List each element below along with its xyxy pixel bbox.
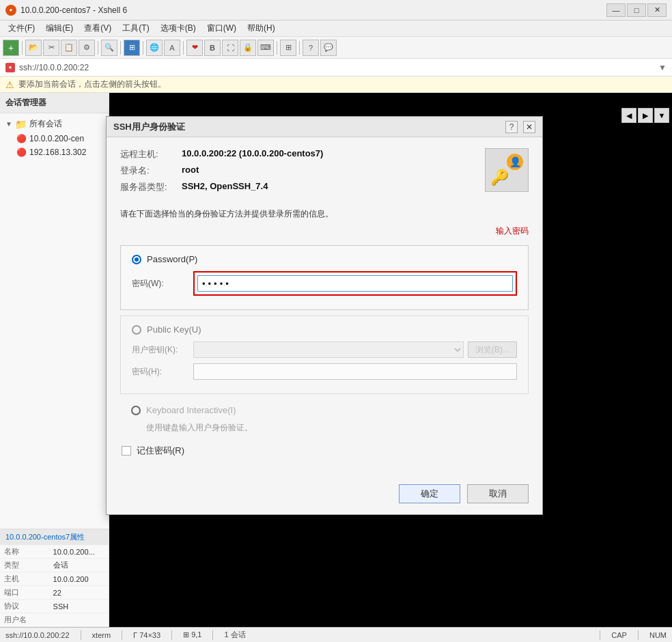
- notification-bar: ⚠ 要添加当前会话，点击左侧的箭头按钮。: [0, 76, 672, 93]
- toolbar-help[interactable]: ?: [303, 40, 319, 56]
- nav-menu-arrow[interactable]: ▼: [654, 108, 669, 123]
- dialog-instruction: 请在下面选择恰当的身份验证方法并提供登录所需的信息。: [120, 208, 529, 220]
- dialog-info-row-login: 登录名: root: [120, 165, 474, 177]
- toolbar-sep6: [277, 41, 277, 55]
- password-radio-label: Password(P): [147, 254, 197, 264]
- password-radio[interactable]: [132, 255, 141, 264]
- prop-value-0: 10.0.0.200...: [49, 545, 109, 559]
- dialog-help-button[interactable]: ?: [505, 121, 518, 133]
- password-label: 密码(W):: [132, 278, 193, 290]
- pubkey-radio[interactable]: [132, 325, 141, 335]
- toolbar-connect[interactable]: ⊞: [124, 40, 140, 56]
- prop-label-3: 端口: [0, 586, 49, 600]
- pubkey-radio-row: Public Key(U): [132, 324, 517, 335]
- menu-bar: 文件(F) 编辑(E) 查看(V) 工具(T) 选项卡(B) 窗口(W) 帮助(…: [0, 20, 672, 37]
- title-controls: — □ ✕: [606, 3, 667, 17]
- tree-label-session2: 192.168.13.302: [29, 148, 86, 157]
- password-section: Password(P) 密码(W):: [120, 245, 529, 310]
- app-icon: ●: [5, 5, 16, 16]
- address-dropdown-icon[interactable]: ▼: [658, 63, 667, 72]
- server-type-value: SSH2, OpenSSH_7.4: [182, 181, 268, 193]
- remember-checkbox[interactable]: [122, 446, 131, 456]
- status-sep5: [600, 630, 600, 640]
- dialog-body: 远程主机: 10.0.0.200:22 (10.0.0.200-centos7)…: [107, 137, 542, 479]
- toolbar-sep2: [98, 41, 98, 55]
- properties-table: 名称 10.0.0.200... 类型 会话 主机 10.0.0.200 端口 …: [0, 545, 109, 627]
- tree-item-all-sessions[interactable]: ▼ 📁 所有会话: [0, 116, 109, 132]
- menu-edit[interactable]: 编辑(E): [40, 21, 79, 36]
- toolbar-red[interactable]: ❤: [186, 40, 203, 56]
- dialog-hint: 输入密码: [120, 225, 529, 237]
- toolbar-bold[interactable]: B: [204, 40, 221, 56]
- toolbar-new[interactable]: +: [3, 40, 19, 56]
- cancel-button[interactable]: 取消: [467, 484, 529, 503]
- toolbar-lock[interactable]: 🔒: [240, 40, 256, 56]
- table-row: 类型 会话: [0, 559, 109, 572]
- toolbar-comment[interactable]: 💬: [320, 40, 337, 56]
- status-num-text: NUM: [649, 631, 667, 639]
- toolbar-cut[interactable]: ✂: [43, 40, 59, 56]
- remote-host-value: 10.0.0.200:22 (10.0.0.200-centos7): [182, 148, 323, 160]
- sidebar: 会话管理器 ▼ 📁 所有会话 🔴 10.0.0.200-cen 🔴 192.16…: [0, 93, 109, 627]
- title-bar: ● 10.0.0.200-centos7 - Xshell 6 — □ ✕: [0, 0, 672, 20]
- notification-text: 要添加当前会话，点击左侧的箭头按钮。: [18, 79, 166, 90]
- password-input-wrapper: [193, 271, 517, 296]
- app-window: ● 10.0.0.200-centos7 - Xshell 6 — □ ✕ 文件…: [0, 0, 672, 642]
- keyboard-radio[interactable]: [131, 406, 141, 415]
- dialog-info-section: 远程主机: 10.0.0.200:22 (10.0.0.200-centos7)…: [120, 148, 529, 197]
- status-terminal-text: xterm: [92, 631, 111, 639]
- toolbar-expand[interactable]: ⛶: [222, 40, 238, 56]
- password-input[interactable]: [197, 275, 513, 292]
- notification-icon: ⚠: [5, 79, 14, 90]
- table-row: 用户名: [0, 613, 109, 627]
- status-cap: CAP: [611, 631, 627, 639]
- user-key-label: 用户密钥(K):: [132, 344, 193, 356]
- menu-tabs[interactable]: 选项卡(B): [155, 21, 201, 36]
- toolbar-sep5: [183, 41, 184, 55]
- dialog-info-row-server: 服务器类型: SSH2, OpenSSH_7.4: [120, 181, 474, 193]
- address-bar: ● ssh://10.0.0.200:22 ▼: [0, 59, 672, 76]
- user-key-field-row: 用户密钥(K): 浏览(B)...: [132, 341, 517, 358]
- menu-help[interactable]: 帮助(H): [242, 21, 281, 36]
- menu-view[interactable]: 查看(V): [79, 21, 117, 36]
- status-address: ssh://10.0.0.200:22: [5, 631, 70, 639]
- dialog-info-table: 远程主机: 10.0.0.200:22 (10.0.0.200-centos7)…: [120, 148, 474, 197]
- prop-label-4: 协议: [0, 600, 49, 613]
- toolbar-properties[interactable]: ⚙: [79, 40, 95, 56]
- prop-value-5: [49, 613, 109, 627]
- sidebar-bottom-panel: 10.0.0.200-centos7属性 名称 10.0.0.200... 类型…: [0, 529, 109, 627]
- dialog-title-bar: SSH用户身份验证 ? ✕: [107, 117, 542, 137]
- toolbar-sep4: [143, 41, 143, 55]
- tree-label-all-sessions: 所有会话: [29, 118, 62, 130]
- confirm-button[interactable]: 确定: [399, 484, 460, 503]
- maximize-button[interactable]: □: [627, 3, 646, 17]
- menu-file[interactable]: 文件(F): [3, 21, 40, 36]
- server-type-label: 服务器类型:: [120, 181, 182, 193]
- dialog-close-button[interactable]: ✕: [523, 121, 535, 133]
- menu-window[interactable]: 窗口(W): [201, 21, 242, 36]
- ssh-auth-dialog: SSH用户身份验证 ? ✕ 远程主机: 10.0.0.200:22 (10.0.…: [106, 116, 543, 515]
- status-size-text: Γ 74×33: [133, 631, 160, 639]
- prop-label-5: 用户名: [0, 613, 49, 627]
- toolbar-grid[interactable]: ⊞: [280, 40, 296, 56]
- menu-tools[interactable]: 工具(T): [117, 21, 154, 36]
- tree-item-session2[interactable]: 🔴 192.168.13.302: [0, 145, 109, 159]
- toolbar-search[interactable]: 🔍: [101, 40, 117, 56]
- prop-label-1: 类型: [0, 559, 49, 572]
- nav-left-arrow[interactable]: ◀: [621, 108, 636, 123]
- keyboard-section: Keyboard Interactive(I) 使用键盘输入用户身份验证。: [120, 400, 529, 439]
- table-row: 协议 SSH: [0, 600, 109, 613]
- toolbar-copy[interactable]: 📋: [61, 40, 77, 56]
- toolbar-sep7: [299, 41, 300, 55]
- toolbar-open[interactable]: 📂: [25, 40, 42, 56]
- tree-item-session1[interactable]: 🔴 10.0.0.200-cen: [0, 132, 109, 145]
- minimize-button[interactable]: —: [606, 3, 626, 17]
- close-button[interactable]: ✕: [647, 3, 667, 17]
- toolbar-keyboard[interactable]: ⌨: [257, 40, 274, 56]
- tree-expand-arrow: ▼: [5, 120, 12, 128]
- nav-right-arrow[interactable]: ▶: [638, 108, 653, 123]
- toolbar-font[interactable]: A: [164, 40, 180, 56]
- sidebar-properties-header[interactable]: 10.0.0.200-centos7属性: [0, 529, 109, 545]
- toolbar-globe[interactable]: 🌐: [146, 40, 163, 56]
- status-sep6: [638, 630, 639, 640]
